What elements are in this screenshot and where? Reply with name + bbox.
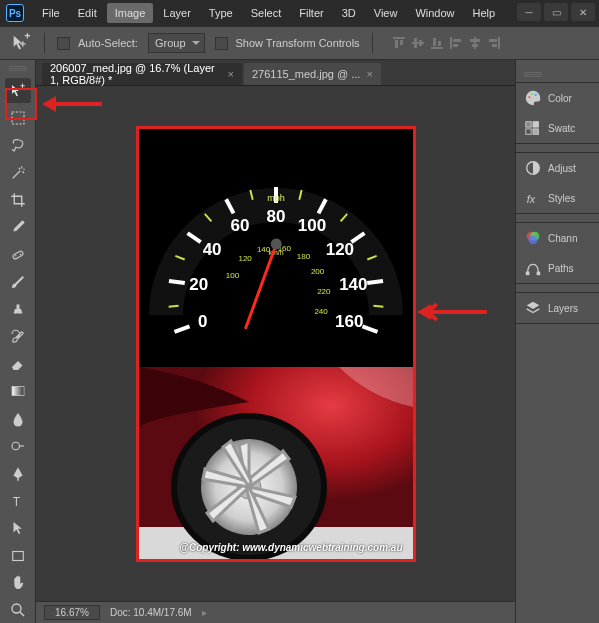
- crop-tool[interactable]: [5, 187, 31, 212]
- menu-edit[interactable]: Edit: [70, 3, 105, 23]
- svg-rect-15: [498, 37, 500, 49]
- menu-window[interactable]: Window: [407, 3, 462, 23]
- svg-rect-2: [400, 40, 403, 45]
- menu-layer[interactable]: Layer: [155, 3, 199, 23]
- clone-stamp-tool[interactable]: [5, 297, 31, 322]
- eraser-tool[interactable]: [5, 351, 31, 376]
- svg-point-80: [529, 235, 538, 244]
- svg-rect-12: [474, 37, 476, 49]
- svg-rect-17: [492, 44, 497, 47]
- adjustments-icon: [524, 159, 542, 177]
- close-icon[interactable]: ×: [228, 68, 234, 80]
- panel-swatches[interactable]: Swatc: [516, 113, 599, 143]
- align-bottom-icon[interactable]: [429, 35, 445, 51]
- zoom-tool[interactable]: [5, 598, 31, 623]
- document-tab[interactable]: 276115_med.jpg @ ...×: [244, 63, 381, 85]
- menu-view[interactable]: View: [366, 3, 406, 23]
- panel-label: Styles: [548, 193, 575, 204]
- svg-rect-11: [453, 44, 458, 47]
- svg-line-48: [367, 280, 383, 282]
- options-bar: Auto-Select: Group Show Transform Contro…: [0, 26, 599, 60]
- svg-point-69: [528, 96, 530, 98]
- menu-filter[interactable]: Filter: [291, 3, 331, 23]
- align-right-icon[interactable]: [486, 35, 502, 51]
- svg-rect-7: [433, 38, 436, 46]
- align-vcenter-icon[interactable]: [410, 35, 426, 51]
- annotation-red-box-canvas: 020406080100120140160 100120140160180200…: [136, 126, 416, 562]
- svg-text:120: 120: [325, 240, 353, 259]
- svg-text:fx: fx: [527, 193, 536, 205]
- eyedropper-tool[interactable]: [5, 215, 31, 240]
- panel-channels[interactable]: Chann: [516, 223, 599, 253]
- align-icons: [391, 35, 502, 51]
- styles-icon: fx: [524, 189, 542, 207]
- menu-3d[interactable]: 3D: [334, 3, 364, 23]
- menu-bar: FileEditImageLayerTypeSelectFilter3DView…: [34, 3, 503, 23]
- svg-rect-6: [431, 47, 443, 49]
- panel-paths[interactable]: Paths: [516, 253, 599, 283]
- tab-label: 276115_med.jpg @ ...: [252, 68, 360, 80]
- shape-tool[interactable]: [5, 543, 31, 568]
- menu-help[interactable]: Help: [465, 3, 504, 23]
- menu-type[interactable]: Type: [201, 3, 241, 23]
- svg-text:100: 100: [297, 215, 325, 234]
- lasso-tool[interactable]: [5, 133, 31, 158]
- brush-tool[interactable]: [5, 269, 31, 294]
- hand-tool[interactable]: [5, 570, 31, 595]
- path-selection-tool[interactable]: [5, 516, 31, 541]
- document-tab[interactable]: 206007_med.jpg @ 16.7% (Layer 1, RGB/8#)…: [42, 63, 242, 85]
- svg-rect-3: [412, 42, 424, 44]
- zoom-field[interactable]: 16.67%: [44, 605, 100, 620]
- healing-brush-tool[interactable]: [5, 242, 31, 267]
- autoselect-checkbox[interactable]: Auto-Select:: [57, 37, 138, 50]
- close-icon[interactable]: ×: [366, 68, 372, 80]
- svg-text:200: 200: [310, 267, 324, 276]
- pen-tool[interactable]: [5, 461, 31, 486]
- svg-point-23: [12, 442, 20, 450]
- svg-text:220: 220: [317, 286, 331, 295]
- svg-rect-4: [414, 38, 417, 48]
- panel-styles[interactable]: fxStyles: [516, 183, 599, 213]
- panel-color[interactable]: Color: [516, 83, 599, 113]
- minimize-button[interactable]: ─: [517, 3, 541, 21]
- annotation-red-box-tool: [5, 88, 37, 120]
- svg-text:T: T: [12, 494, 20, 508]
- blur-tool[interactable]: [5, 406, 31, 431]
- history-brush-tool[interactable]: [5, 324, 31, 349]
- align-hcenter-icon[interactable]: [467, 35, 483, 51]
- svg-rect-5: [419, 40, 422, 46]
- app-logo: Ps: [6, 4, 24, 22]
- svg-text:40: 40: [202, 240, 221, 259]
- autoselect-label: Auto-Select:: [78, 37, 138, 49]
- panel-layers[interactable]: Layers: [516, 293, 599, 323]
- show-transform-checkbox[interactable]: Show Transform Controls: [215, 37, 360, 50]
- menu-select[interactable]: Select: [243, 3, 290, 23]
- paths-icon: [524, 259, 542, 277]
- document-canvas[interactable]: 020406080100120140160 100120140160180200…: [139, 129, 413, 559]
- annotation-arrow-left: [42, 92, 102, 116]
- svg-point-20: [15, 255, 17, 257]
- align-left-icon[interactable]: [448, 35, 464, 51]
- align-top-icon[interactable]: [391, 35, 407, 51]
- svg-text:180: 180: [296, 251, 310, 260]
- svg-line-49: [373, 305, 383, 306]
- autoselect-target-dropdown[interactable]: Group: [148, 33, 205, 53]
- svg-point-71: [535, 94, 537, 96]
- dodge-tool[interactable]: [5, 434, 31, 459]
- menu-file[interactable]: File: [34, 3, 68, 23]
- svg-rect-22: [12, 387, 24, 396]
- maximize-button[interactable]: ▭: [544, 3, 568, 21]
- panel-adjustments[interactable]: Adjust: [516, 153, 599, 183]
- svg-text:140: 140: [339, 274, 367, 293]
- doc-size-label: Doc: 10.4M/17.6M: [110, 607, 192, 618]
- svg-rect-9: [450, 37, 452, 49]
- gradient-tool[interactable]: [5, 379, 31, 404]
- window-controls: ─ ▭ ✕: [517, 3, 595, 21]
- svg-rect-74: [526, 129, 531, 134]
- magic-wand-tool[interactable]: [5, 160, 31, 185]
- svg-rect-73: [533, 122, 538, 127]
- type-tool[interactable]: T: [5, 488, 31, 513]
- close-button[interactable]: ✕: [571, 3, 595, 21]
- menu-image[interactable]: Image: [107, 3, 154, 23]
- svg-text:240: 240: [314, 307, 328, 316]
